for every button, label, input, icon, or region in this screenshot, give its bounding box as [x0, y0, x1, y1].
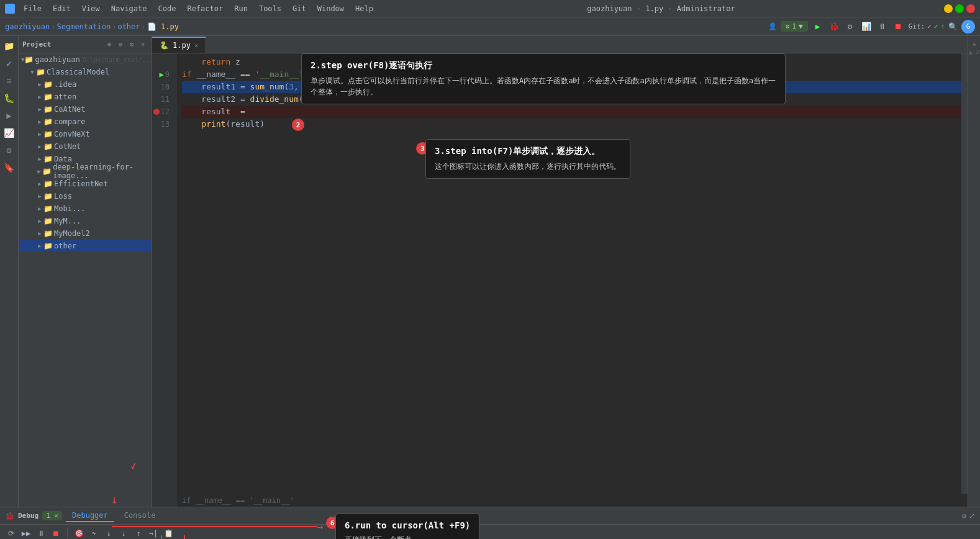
breadcrumb-other[interactable]: other: [117, 22, 140, 31]
app-icon: [5, 4, 15, 14]
pause-button[interactable]: ⏸: [876, 20, 889, 33]
panel-close-icon[interactable]: ×: [138, 40, 148, 50]
breadcrumb-segmentation[interactable]: Segmentation: [57, 22, 111, 31]
commit-icon[interactable]: ✔: [2, 56, 17, 71]
nav-toolbar: 👤 ⚙ 1 ▼ ▶ 🐞 ⚙ 📊 ⏸ ⏹ Git: ✓ ✓ ↑ 🔍 G: [768, 20, 975, 34]
menu-view[interactable]: View: [77, 3, 105, 14]
menu-file[interactable]: File: [19, 3, 47, 14]
menu-code[interactable]: Code: [153, 3, 181, 14]
profiler-icon[interactable]: 📈: [2, 125, 17, 140]
arrow-to-toolbar-1: ↓: [111, 492, 118, 507]
tree-classical[interactable]: ▼ 📁 ClassicalModel: [19, 66, 152, 78]
tree-mymodel2[interactable]: ▶ 📁 MyModel2: [19, 227, 152, 240]
menu-navigate[interactable]: Navigate: [106, 3, 152, 14]
collapse-all-icon[interactable]: ⊖: [116, 40, 125, 50]
menu-git[interactable]: Git: [288, 3, 311, 14]
tree-convnext[interactable]: ▶ 📁 ConvNeXt: [19, 128, 152, 140]
tree-other[interactable]: ▶ 📁 other: [19, 240, 152, 252]
tree-deeplearning[interactable]: ▶ 📁 deep-learning-for-image...: [19, 165, 152, 178]
debug-header-icons: ⚙ ⤢: [962, 512, 975, 520]
tree-root[interactable]: ▼ 📁 gaozhiyuan D:\pycharm_envir...: [19, 53, 152, 66]
project-panel-header: Project ⊕ ⊖ ⚙ ×: [19, 36, 152, 53]
debug-side-icon[interactable]: 🐛: [2, 91, 17, 106]
line-num-11: 11: [152, 93, 172, 106]
window-controls[interactable]: [944, 4, 975, 13]
line-numbers: ▶ 9 10 11 12 13: [152, 53, 177, 507]
panel-header-icons[interactable]: ⊕ ⊖ ⚙ ×: [104, 40, 148, 50]
nav-bar: gaozhiyuan › Segmentation › other › 📄 1.…: [0, 17, 980, 36]
tree-cotnet[interactable]: ▶ 📁 CotNet: [19, 140, 152, 153]
title-bar-left: File Edit View Navigate Code Refactor Ru…: [5, 3, 378, 14]
project-panel: Project ⊕ ⊖ ⚙ × ▼ 📁 gaozhiyuan D:\pychar…: [19, 36, 152, 507]
arrow-to-cursor-btn: →: [112, 520, 324, 533]
git-check1: ✓: [927, 22, 932, 30]
menu-tools[interactable]: Tools: [254, 3, 286, 14]
editor-scrollbar[interactable]: [961, 53, 968, 507]
tree-compare[interactable]: ▶ 📁 compare: [19, 116, 152, 128]
badge-2: 2: [292, 119, 304, 131]
run-side-icon[interactable]: ▶: [2, 108, 17, 123]
menu-edit[interactable]: Edit: [48, 3, 76, 14]
settings-icon[interactable]: ⚙: [2, 143, 17, 158]
right-collapse-icon[interactable]: »: [972, 41, 976, 48]
bookmark-icon[interactable]: 🔖: [2, 160, 17, 175]
code-line-11: result2 = divide_num(3, -5): [182, 93, 963, 106]
stop-debug-button[interactable]: ⏹: [50, 527, 62, 540]
line-num-13: 13: [152, 118, 172, 130]
right-counter: ▲ 2: [969, 49, 979, 55]
stop-button[interactable]: ⏹: [892, 20, 905, 33]
code-line-10: result1 = sum_num(3, 5): [182, 81, 963, 93]
debug-tab-debugger[interactable]: Debugger: [66, 510, 114, 522]
arrow-down-4: ↓: [158, 535, 165, 539]
step-over-button[interactable]: ↷: [88, 527, 100, 540]
close-button[interactable]: [966, 4, 975, 13]
tab-file-icon: 🐍: [160, 41, 169, 50]
tree-loss[interactable]: ▶ 📁 Loss: [19, 190, 152, 202]
line-num-10: 10: [152, 81, 172, 93]
tree-mobi[interactable]: ▶ 📁 Mobi...: [19, 202, 152, 215]
window-title: gaozhiyuan - 1.py - Administrator: [587, 4, 735, 13]
breadcrumb-root[interactable]: gaozhiyuan: [5, 22, 50, 31]
debug-button[interactable]: 🐞: [828, 20, 840, 33]
toolbar-separator: [67, 528, 68, 538]
menu-refactor[interactable]: Refactor: [182, 3, 228, 14]
menu-help[interactable]: Help: [350, 3, 378, 14]
run-button[interactable]: ▶: [812, 20, 824, 33]
project-panel-title: Project: [22, 40, 51, 48]
pause-debug-button[interactable]: ⏸: [35, 527, 47, 540]
project-icon[interactable]: 📁: [2, 38, 17, 53]
show-exec-point-button[interactable]: 🎯: [73, 527, 85, 540]
editor-content[interactable]: ▶ 9 10 11 12 13: [152, 53, 968, 507]
run-config[interactable]: ⚙ 1 ▼: [781, 21, 808, 32]
user-icon: 👤: [768, 22, 777, 30]
tab-1py[interactable]: 🐍 1.py ×: [152, 37, 206, 53]
resume-button[interactable]: ▶▶: [20, 527, 32, 540]
profile-button[interactable]: 📊: [860, 20, 873, 33]
debug-panel-title: Debug: [18, 512, 39, 520]
menu-run[interactable]: Run: [229, 3, 253, 14]
expand-all-icon[interactable]: ⊕: [104, 40, 114, 50]
structure-icon[interactable]: ≡: [2, 73, 17, 88]
tree-atten[interactable]: ▶ 📁 atten: [19, 91, 152, 103]
line-num-return: [152, 56, 172, 68]
restore-icon[interactable]: ⤢: [969, 512, 975, 520]
editor-tabs: 🐍 1.py ×: [152, 36, 968, 53]
maximize-button[interactable]: [955, 4, 964, 13]
settings-icon[interactable]: ⚙: [962, 512, 966, 520]
menu-window[interactable]: Window: [312, 3, 349, 14]
tree-idea[interactable]: ▶ 📁 .idea: [19, 78, 152, 91]
breadcrumb-file: 📄 1.py: [147, 22, 179, 31]
coverage-button[interactable]: ⚙: [844, 20, 856, 33]
tab-close-icon[interactable]: ×: [194, 42, 198, 49]
rerun-button[interactable]: ⟳: [5, 527, 17, 540]
panel-settings-icon[interactable]: ⚙: [127, 40, 137, 50]
menu-bar[interactable]: File Edit View Navigate Code Refactor Ru…: [19, 3, 378, 14]
tree-mym[interactable]: ▶ 📁 MyM...: [19, 215, 152, 227]
minimize-button[interactable]: [944, 4, 953, 13]
debug-tab-num[interactable]: 1 ×: [42, 511, 62, 520]
search-icon[interactable]: 🔍: [948, 22, 958, 31]
git-up: ↑: [940, 22, 945, 30]
right-sidebar: » ▲ 2: [968, 36, 980, 507]
line-num-12: 12: [152, 106, 172, 118]
tree-coatnet[interactable]: ▶ 📁 CoAtNet: [19, 103, 152, 116]
